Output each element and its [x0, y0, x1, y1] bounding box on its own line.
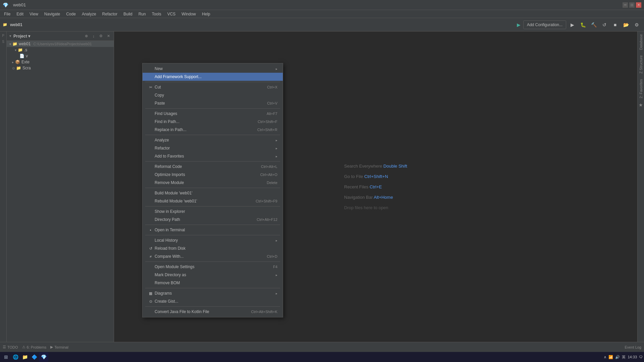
close-button[interactable]: ✕	[636, 2, 641, 8]
context-menu-item-mark-directory[interactable]: Mark Directory as▸	[143, 271, 283, 279]
context-menu-item-find-in-path[interactable]: Find in Path...Ctrl+Shift+F	[143, 118, 283, 126]
menu-item-refactor[interactable]: Refactor	[100, 11, 120, 17]
menu-item-help[interactable]: Help	[199, 11, 213, 17]
tree-item-s[interactable]: ▾ 📁 .s	[7, 47, 114, 53]
context-menu-item-directory-path[interactable]: Directory PathCtrl+Alt+F12	[143, 216, 283, 224]
context-menu-item-open-terminal[interactable]: ▪Open in Terminal	[143, 226, 283, 234]
context-menu-item-analyze[interactable]: Analyze▸	[143, 136, 283, 144]
menu-item-run[interactable]: Run	[136, 11, 149, 17]
reformat-code-label: Reformat Code	[155, 164, 182, 169]
context-menu-item-new[interactable]: New▸	[143, 65, 283, 73]
tree-item-web01[interactable]: ▾ 📁 web01 C:\Users\ysv18\IdeaProjects\we…	[7, 41, 114, 47]
sync-button[interactable]: ↺	[600, 20, 609, 29]
database-label[interactable]: Database	[638, 32, 644, 53]
context-menu: New▸Add Framework Support...✂CutCtrl+XCo…	[142, 63, 283, 317]
files-icon[interactable]: 📁	[20, 352, 30, 362]
copy-label: Copy	[155, 93, 164, 98]
browser-icon[interactable]: 🌐	[11, 352, 20, 362]
find-in-path-icon	[148, 119, 153, 124]
build-button[interactable]: 🔨	[589, 20, 598, 29]
structure-tool-icon[interactable]: S	[1, 39, 6, 44]
context-menu-item-diagrams[interactable]: ▦Diagrams▸	[143, 289, 283, 297]
optimize-imports-label: Optimize Imports	[155, 172, 185, 177]
context-menu-item-local-history[interactable]: Local History▸	[143, 236, 283, 244]
menu-item-tools[interactable]: Tools	[149, 11, 164, 17]
hint-recent-files: Recent Files Ctrl+E	[344, 184, 407, 189]
z-structure-label[interactable]: Z Structure	[638, 53, 644, 76]
menu-item-build[interactable]: Build	[121, 11, 135, 17]
notification-icon[interactable]: 🗨	[639, 355, 643, 359]
language-indicator[interactable]: 英	[622, 355, 626, 360]
paste-shortcut: Ctrl+V	[267, 101, 277, 105]
context-menu-item-copy[interactable]: Copy	[143, 91, 283, 99]
menu-item-edit[interactable]: Edit	[14, 11, 26, 17]
context-menu-item-add-framework[interactable]: Add Framework Support...	[143, 73, 283, 81]
todo-tab[interactable]: ☰ TODO	[3, 345, 18, 349]
event-log-item[interactable]: Event Log	[625, 345, 641, 349]
context-menu-item-cut[interactable]: ✂CutCtrl+X	[143, 83, 283, 91]
context-menu-item-paste[interactable]: PasteCtrl+V	[143, 99, 283, 107]
run-button[interactable]: ▶	[568, 20, 577, 29]
analyze-icon	[148, 137, 153, 143]
rebuild-module-label: Rebuild Module 'web01'	[155, 199, 197, 203]
context-menu-item-create-gist[interactable]: ⊙Create Gist...	[143, 297, 283, 305]
tree-item-v[interactable]: 📄 v	[7, 53, 114, 59]
tree-item-external[interactable]: ▸ 📦 Exte	[7, 59, 114, 65]
maximize-button[interactable]: □	[629, 2, 635, 8]
star-icon[interactable]: ★	[637, 101, 644, 109]
context-menu-item-rebuild-module[interactable]: Rebuild Module 'web01'Ctrl+Shift+F9	[143, 197, 283, 205]
favorites-label[interactable]: 2: Favorites	[638, 76, 644, 101]
close-project-icon[interactable]: ✕	[106, 34, 111, 39]
minimize-button[interactable]: ─	[623, 2, 628, 8]
main-layout: P S ▾ Project ▾ ⊕ ↕ ⚙ ✕ ▾ 📁 web01 C:\Use…	[0, 32, 644, 342]
context-menu-item-find-usages[interactable]: Find UsagesAlt+F7	[143, 110, 283, 118]
settings-button[interactable]: ⚙	[632, 20, 641, 29]
intellij-icon[interactable]: 💎	[39, 352, 48, 362]
context-menu-item-replace-in-path[interactable]: Replace in Path...Ctrl+Shift+R	[143, 126, 283, 134]
analyze-arrow: ▸	[276, 138, 277, 142]
debug-button[interactable]: 🐛	[578, 20, 588, 29]
tree-item-scratch[interactable]: ⊙ 📁 Scra	[7, 65, 114, 71]
start-button[interactable]: ⊞	[1, 352, 11, 362]
menu-separator	[145, 188, 280, 188]
paste-label: Paste	[155, 101, 165, 106]
context-menu-item-optimize-imports[interactable]: Optimize ImportsCtrl+Alt+O	[143, 171, 283, 179]
context-menu-item-open-module-settings[interactable]: Open Module SettingsF4	[143, 263, 283, 271]
terminal-tab[interactable]: ▶ Terminal	[50, 345, 68, 349]
diagrams-label: Diagrams	[155, 291, 172, 296]
convert-java-label: Convert Java File to Kotlin File	[155, 309, 209, 314]
find-usages-icon	[148, 111, 153, 116]
menu-item-vcs[interactable]: VCS	[165, 11, 178, 17]
menu-item-view[interactable]: View	[27, 11, 41, 17]
stop-button[interactable]: ■	[610, 20, 620, 29]
menu-item-file[interactable]: File	[1, 11, 13, 17]
menu-separator	[145, 161, 280, 162]
context-menu-item-reformat-code[interactable]: Reformat CodeCtrl+Alt+L	[143, 163, 283, 171]
context-menu-item-remove-module[interactable]: Remove ModuleDelete	[143, 179, 283, 187]
menu-item-analyze[interactable]: Analyze	[79, 11, 99, 17]
menu-bar: FileEditViewNavigateCodeAnalyzeRefactorB…	[0, 10, 644, 18]
add-configuration-button[interactable]: Add Configuration...	[523, 20, 566, 29]
replace-in-path-label: Replace in Path...	[155, 127, 186, 132]
context-menu-item-show-explorer[interactable]: Show in Explorer	[143, 207, 283, 216]
problems-tab[interactable]: ⚠ 6: Problems	[22, 345, 47, 349]
project-tool-icon[interactable]: P	[1, 33, 6, 38]
add-framework-icon	[148, 74, 153, 79]
search-files-button[interactable]: 📂	[621, 20, 631, 29]
project-panel: ▾ Project ▾ ⊕ ↕ ⚙ ✕ ▾ 📁 web01 C:\Users\y…	[7, 32, 114, 342]
menu-item-navigate[interactable]: Navigate	[42, 11, 63, 17]
context-menu-item-reload-disk[interactable]: ↺Reload from Disk	[143, 244, 283, 252]
context-menu-item-add-to-fav[interactable]: Add to Favorites▸	[143, 152, 283, 160]
menu-item-window[interactable]: Window	[179, 11, 199, 17]
settings-project-icon[interactable]: ⚙	[98, 34, 104, 39]
context-menu-item-compare-with[interactable]: ≠Compare With...Ctrl+D	[143, 252, 283, 260]
sync-project-icon[interactable]: ⊕	[84, 34, 89, 39]
menu-item-code[interactable]: Code	[63, 11, 78, 17]
app1-icon[interactable]: 🔷	[30, 352, 39, 362]
context-menu-item-convert-java[interactable]: Convert Java File to Kotlin FileCtrl+Alt…	[143, 308, 283, 316]
context-menu-item-refactor[interactable]: Refactor▸	[143, 144, 283, 152]
context-menu-item-remove-bom[interactable]: Remove BOM	[143, 279, 283, 287]
create-gist-icon: ⊙	[148, 299, 153, 304]
collapse-all-icon[interactable]: ↕	[91, 34, 96, 39]
context-menu-item-build-module[interactable]: Build Module 'web01'	[143, 189, 283, 197]
